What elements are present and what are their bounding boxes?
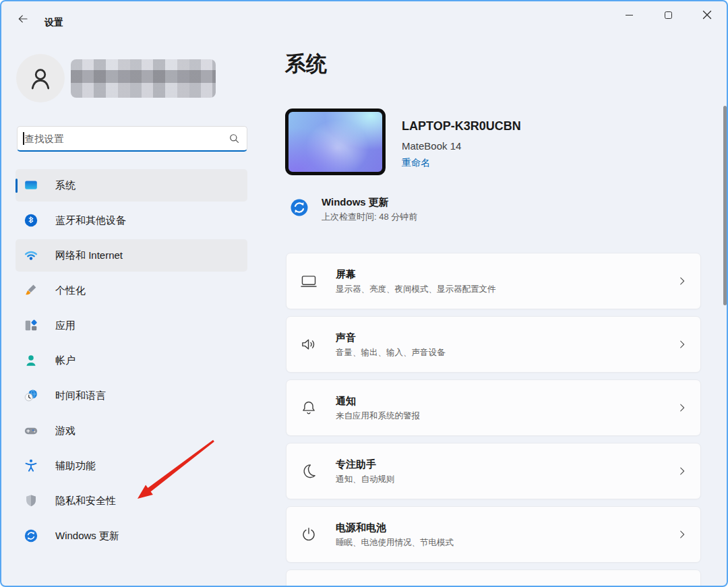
chevron-right-icon xyxy=(676,275,688,287)
maximize-icon xyxy=(665,11,672,19)
system-icon xyxy=(24,178,38,193)
windows-update-status[interactable]: Windows 更新 上次检查时间: 48 分钟前 xyxy=(289,195,667,226)
card-subtitle: 通知、自动规则 xyxy=(336,474,395,485)
notifications-icon xyxy=(300,399,317,416)
device-image xyxy=(285,109,386,175)
selection-accent-bar xyxy=(16,179,18,193)
user-name-redacted xyxy=(71,59,216,98)
sidebar-item-network[interactable]: 网络和 Internet xyxy=(16,239,247,272)
device-model: MateBook 14 xyxy=(402,140,461,152)
sidebar-item-label: Windows 更新 xyxy=(55,530,119,543)
focus-assist-icon xyxy=(300,462,317,480)
card-power-battery[interactable]: 电源和电池 睡眠、电池使用情况、节电模式 xyxy=(286,506,701,563)
card-subtitle: 来自应用和系统的警报 xyxy=(336,410,420,422)
card-focus-assist[interactable]: 专注助手 通知、自动规则 xyxy=(286,443,701,499)
display-icon xyxy=(300,272,317,290)
privacy-shield-icon xyxy=(24,493,38,508)
card-title: 屏幕 xyxy=(336,268,496,280)
chevron-right-icon xyxy=(676,528,688,540)
search-input[interactable] xyxy=(25,133,229,144)
time-language-icon xyxy=(24,388,38,403)
sidebar-nav: 系统 蓝牙和其他设备 网络和 Internet 个性化 xyxy=(16,169,247,552)
card-title: 专注助手 xyxy=(336,458,395,470)
sidebar-item-label: 隐私和安全性 xyxy=(55,495,116,507)
card-storage[interactable]: 存储 xyxy=(286,569,701,587)
card-subtitle: 睡眠、电池使用情况、节电模式 xyxy=(336,537,454,549)
sidebar-item-bluetooth[interactable]: 蓝牙和其他设备 xyxy=(16,204,247,237)
windows-update-icon xyxy=(289,197,309,218)
gaming-icon xyxy=(24,423,38,438)
card-title: 通知 xyxy=(336,394,420,407)
sidebar-item-gaming[interactable]: 游戏 xyxy=(16,414,247,447)
sidebar-item-label: 网络和 Internet xyxy=(55,249,123,262)
device-name: LAPTOP-K3R0UCBN xyxy=(402,119,521,133)
sidebar-item-apps[interactable]: 应用 xyxy=(16,309,247,342)
settings-window: 设置 系统 xyxy=(0,0,728,587)
rename-link[interactable]: 重命名 xyxy=(402,157,430,169)
app-title: 设置 xyxy=(44,17,63,29)
search-icon xyxy=(229,133,240,144)
update-title: Windows 更新 xyxy=(322,195,417,208)
card-subtitle: 显示器、亮度、夜间模式、显示器配置文件 xyxy=(336,284,496,295)
close-button[interactable] xyxy=(692,3,723,26)
sidebar-item-label: 帐户 xyxy=(55,354,75,367)
sidebar-item-label: 应用 xyxy=(55,319,75,332)
sidebar-item-privacy[interactable]: 隐私和安全性 xyxy=(16,485,247,517)
card-sound[interactable]: 声音 音量、输出、输入、声音设备 xyxy=(286,316,701,373)
sidebar-item-label: 个性化 xyxy=(55,284,86,297)
page-title: 系统 xyxy=(285,50,327,78)
card-title: 声音 xyxy=(336,331,446,344)
person-icon xyxy=(26,63,55,93)
power-icon xyxy=(300,526,317,543)
close-icon xyxy=(702,10,712,20)
windows-update-icon xyxy=(24,528,38,543)
sidebar-item-accounts[interactable]: 帐户 xyxy=(16,344,247,377)
update-subtitle: 上次检查时间: 48 分钟前 xyxy=(322,211,417,223)
sidebar-item-label: 时间和语言 xyxy=(55,390,106,402)
bluetooth-icon xyxy=(24,213,38,228)
sidebar-item-label: 游戏 xyxy=(55,425,75,437)
settings-card-list: 屏幕 显示器、亮度、夜间模式、显示器配置文件 声音 音量、输出、输入、声音设备 xyxy=(286,253,701,587)
search-box xyxy=(17,126,247,152)
sidebar-item-label: 辅助功能 xyxy=(55,460,96,472)
network-icon xyxy=(24,248,38,263)
sidebar-item-time-language[interactable]: 时间和语言 xyxy=(16,379,247,412)
scrollbar-thumb[interactable] xyxy=(723,106,727,305)
sound-icon xyxy=(300,336,317,353)
card-display[interactable]: 屏幕 显示器、亮度、夜间模式、显示器配置文件 xyxy=(286,253,701,309)
chevron-right-icon xyxy=(676,338,688,350)
chevron-right-icon xyxy=(676,465,688,477)
sidebar-item-label: 蓝牙和其他设备 xyxy=(55,214,126,227)
back-button[interactable] xyxy=(12,9,34,28)
sidebar-item-windows-update[interactable]: Windows 更新 xyxy=(16,520,247,552)
minimize-icon xyxy=(626,15,633,16)
chevron-right-icon xyxy=(676,402,688,414)
accessibility-icon xyxy=(24,458,38,473)
maximize-button[interactable] xyxy=(653,3,684,26)
apps-icon xyxy=(24,318,38,333)
personalization-icon xyxy=(24,283,38,298)
sidebar-item-personalization[interactable]: 个性化 xyxy=(16,274,247,307)
sidebar-item-system[interactable]: 系统 xyxy=(16,169,247,202)
card-title: 电源和电池 xyxy=(336,521,454,534)
text-caret xyxy=(23,132,24,145)
card-subtitle: 音量、输出、输入、声音设备 xyxy=(336,347,446,359)
card-notifications[interactable]: 通知 来自应用和系统的警报 xyxy=(286,379,701,436)
titlebar: 设置 xyxy=(1,1,727,34)
sidebar-item-label: 系统 xyxy=(55,179,75,192)
accounts-icon xyxy=(24,353,38,368)
sidebar-item-accessibility[interactable]: 辅助功能 xyxy=(16,450,247,482)
arrow-left-icon xyxy=(17,13,29,25)
minimize-button[interactable] xyxy=(613,3,644,26)
avatar xyxy=(16,54,65,102)
